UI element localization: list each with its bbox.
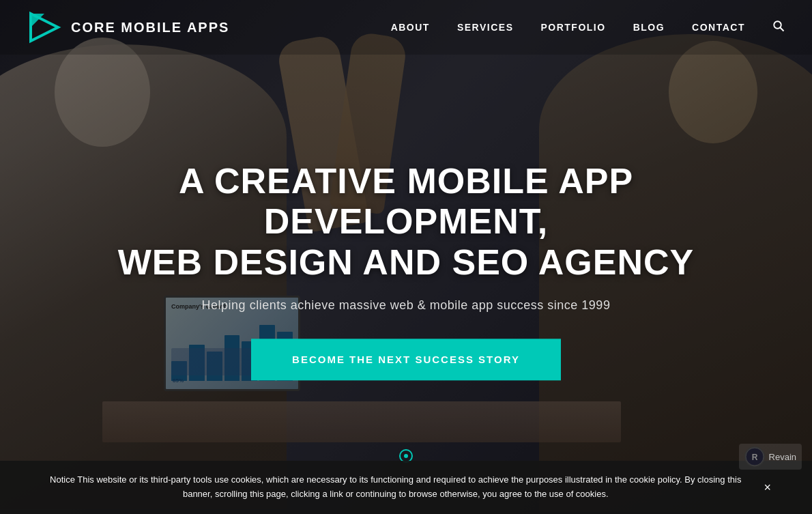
nav-menu: ABOUT SERVICES PORTFOLIO BLOG CONTACT bbox=[391, 20, 785, 35]
nav-link-contact[interactable]: CONTACT bbox=[692, 22, 745, 33]
svg-point-2 bbox=[774, 21, 781, 29]
cookie-close-button[interactable]: × bbox=[764, 481, 771, 495]
scroll-dot bbox=[404, 454, 408, 458]
logo-icon bbox=[27, 10, 61, 44]
revain-icon: R bbox=[744, 446, 765, 467]
nav-link-portfolio[interactable]: PORTFOLIO bbox=[540, 22, 605, 33]
search-button[interactable] bbox=[772, 20, 785, 35]
hero-heading: A CREATIVE MOBILE APP DEVELOPMENT, WEB D… bbox=[99, 161, 713, 283]
search-icon bbox=[772, 20, 785, 32]
nav-item-blog[interactable]: BLOG bbox=[633, 21, 665, 33]
nav-item-services[interactable]: SERVICES bbox=[457, 21, 514, 33]
nav-item-about[interactable]: ABOUT bbox=[391, 21, 430, 33]
cookie-text: Notice This website or its third-party t… bbox=[41, 473, 750, 502]
nav-link-blog[interactable]: BLOG bbox=[633, 22, 665, 33]
hero-subheading: Helping clients achieve massive web & mo… bbox=[99, 298, 713, 313]
svg-text:R: R bbox=[751, 453, 757, 462]
revain-label: Revain bbox=[769, 452, 796, 462]
svg-line-3 bbox=[780, 27, 783, 31]
navbar: CORE MOBILE APPS ABOUT SERVICES PORTFOLI… bbox=[0, 0, 812, 55]
cta-button[interactable]: BECOME THE NEXT SUCCESS STORY bbox=[251, 339, 561, 380]
nav-item-portfolio[interactable]: PORTFOLIO bbox=[540, 21, 605, 33]
cookie-banner: Notice This website or its third-party t… bbox=[0, 461, 812, 514]
revain-logo-icon: R bbox=[745, 447, 764, 466]
nav-item-search[interactable] bbox=[772, 20, 785, 35]
nav-link-services[interactable]: SERVICES bbox=[457, 22, 514, 33]
hero-section: Company's Growth 85% bbox=[0, 0, 812, 514]
hero-heading-line2: WEB DESIGN AND SEO AGENCY bbox=[118, 242, 695, 282]
nav-link-about[interactable]: ABOUT bbox=[391, 22, 430, 33]
hero-heading-line1: A CREATIVE MOBILE APP DEVELOPMENT, bbox=[179, 161, 633, 242]
hero-content: A CREATIVE MOBILE APP DEVELOPMENT, WEB D… bbox=[99, 161, 713, 380]
revain-badge: R Revain bbox=[739, 444, 802, 470]
logo-link[interactable]: CORE MOBILE APPS bbox=[27, 10, 229, 44]
brand-name: CORE MOBILE APPS bbox=[71, 20, 229, 35]
nav-item-contact[interactable]: CONTACT bbox=[692, 21, 745, 33]
